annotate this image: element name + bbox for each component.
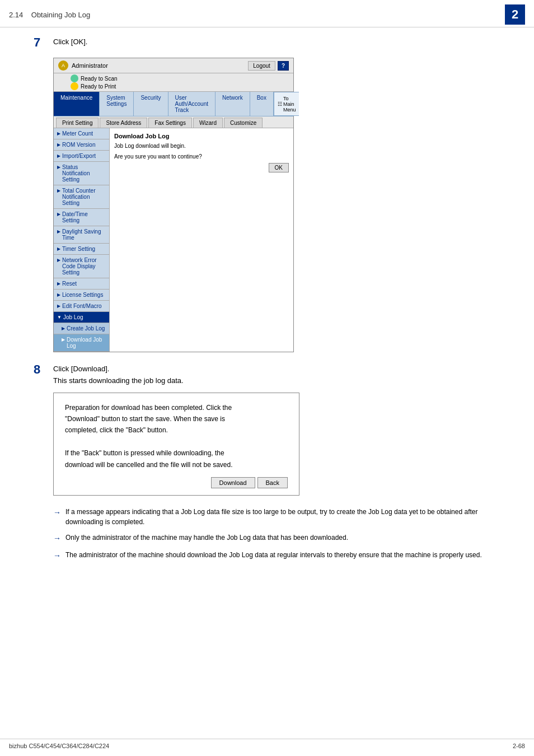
step8-number: 8 [34,363,40,376]
arrow-icon: ▶ [57,142,60,147]
subtab-customize[interactable]: Customize [224,118,263,128]
status-scan: Ready to Scan [71,74,289,82]
dialog-buttons: Download Back [65,477,288,488]
sidebar-item-reset[interactable]: ▶ Reset [54,278,109,290]
sidebar-label: Meter Count [62,130,93,137]
sidebar-label: License Settings [62,292,103,298]
arrow-icon: ▶ [57,229,60,234]
page-footer: bizhub C554/C454/C364/C284/C224 2-68 [0,739,534,749]
step7-instruction: Click [OK]. [34,36,517,48]
download-dialog: Preparation for download has been comple… [53,393,299,496]
header-title: Obtaining Job Log [31,11,91,19]
ss-content: Download Job Log Job Log download will b… [110,128,293,352]
nav-tab-security[interactable]: Security [134,92,168,116]
sidebar-item-status-notification[interactable]: ▶ Status Notification Setting [54,162,109,185]
page-header: 2.14 Obtaining Job Log 2 [0,0,534,27]
nav-tab-user-auth[interactable]: User Auth/Account Track [168,92,216,116]
admin-icon: A [58,60,68,71]
sidebar-item-rom-version[interactable]: ▶ ROM Version [54,139,109,151]
sidebar-item-download-job-log[interactable]: ▶ Download Job Log [54,334,109,352]
notes-section: → If a message appears indicating that a… [53,507,517,562]
to-main-menu-label: To Main Menu [283,96,296,113]
sidebar-item-create-job-log[interactable]: ▶ Create Job Log [54,323,109,334]
sidebar-label: Edit Font/Macro [62,303,102,309]
arrow-icon: ▶ [57,292,60,297]
note-text-3: The administrator of the machine should … [65,550,482,560]
status-print: Ready to Print [71,82,289,90]
content-line2: Are you sure you want to continue? [114,152,289,161]
sidebar-label: Daylight Saving Time [62,228,106,241]
main-content: 7 Click [OK]. A Administrator Logout ? R… [0,27,534,584]
arrow-icon: ▶ [62,326,65,331]
sidebar-label: Network Error Code Display Setting [62,257,106,276]
sidebar-item-datetime[interactable]: ▶ Date/Time Setting [54,209,109,226]
dialog-text5: download will be cancelled and the file … [65,461,233,469]
sidebar-label: Total Counter Notification Setting [62,188,106,206]
sidebar-label: ROM Version [62,142,95,148]
logout-button[interactable]: Logout [248,61,275,71]
print-status-text: Ready to Print [81,83,116,90]
sidebar-item-total-counter[interactable]: ▶ Total Counter Notification Setting [54,185,109,209]
arrow-icon: ▶ [57,188,60,193]
sidebar-item-license[interactable]: ▶ License Settings [54,290,109,301]
note-text-2: Only the administrator of the machine ma… [65,533,348,543]
ss-navtabs: Maintenance System Settings Security Use… [54,92,293,116]
sidebar-label: Date/Time Setting [62,211,106,223]
screenshot-box: A Administrator Logout ? Ready to Scan R… [53,58,294,352]
arrow-icon: ▶ [57,304,60,309]
sidebar-label: Timer Setting [62,246,95,252]
arrow-down-icon: ▼ [57,315,62,320]
sidebar-label: Job Log [63,314,83,320]
to-main-menu-button[interactable]: ☷ To Main Menu [274,92,299,116]
scan-status-text: Ready to Scan [81,76,118,82]
note-item-2: → Only the administrator of the machine … [53,533,517,544]
subtab-store-address[interactable]: Store Address [100,118,147,128]
subtab-print-setting[interactable]: Print Setting [56,118,99,128]
ss-sidebar: ▶ Meter Count ▶ ROM Version ▶ Import/Exp… [54,128,110,352]
subtab-wizard[interactable]: Wizard [193,118,223,128]
dialog-text2: "Download" button to start the save. Whe… [65,415,225,423]
sidebar-item-import-export[interactable]: ▶ Import/Export [54,151,109,162]
content-title: Download Job Log [114,133,289,139]
ss-topbar: A Administrator Logout ? [54,58,293,73]
content-line1: Job Log download will begin. [114,142,289,150]
arrow-icon: ▶ [57,153,60,158]
arrow-icon: ▶ [57,165,60,170]
sidebar-label: Create Job Log [67,325,105,332]
sidebar-item-timer[interactable]: ▶ Timer Setting [54,244,109,255]
note-arrow-icon: → [53,550,61,562]
ss-topbar-right: Logout ? [248,61,289,71]
sidebar-item-network-error[interactable]: ▶ Network Error Code Display Setting [54,255,109,278]
ss-topbar-left: A Administrator [58,60,108,71]
step8-instruction: Click [Download]. This starts downloadin… [34,363,517,387]
step8-instruction-text: Click [Download]. [53,365,109,373]
subtab-fax-settings[interactable]: Fax Settings [148,118,192,128]
footer-page: 2-68 [513,743,525,749]
nav-tab-maintenance[interactable]: Maintenance [54,92,100,116]
section-number: 2.14 [9,11,23,19]
nav-tab-box[interactable]: Box [250,92,274,116]
sidebar-item-daylight[interactable]: ▶ Daylight Saving Time [54,226,109,244]
dialog-text4: If the "Back" button is pressed while do… [65,449,224,457]
note-item-3: → The administrator of the machine shoul… [53,550,517,562]
ok-button[interactable]: OK [269,163,289,172]
sidebar-item-job-log[interactable]: ▼ Job Log [54,312,109,323]
step8-sub-instruction: This starts downloading the job log data… [53,376,184,385]
arrow-icon: ▶ [57,281,60,286]
ss-body: ▶ Meter Count ▶ ROM Version ▶ Import/Exp… [54,128,293,352]
download-button[interactable]: Download [211,477,255,488]
section-title: 2.14 Obtaining Job Log [9,11,90,19]
sidebar-item-meter-count[interactable]: ▶ Meter Count [54,128,109,139]
sidebar-item-font-macro[interactable]: ▶ Edit Font/Macro [54,301,109,312]
nav-tab-network[interactable]: Network [216,92,250,116]
help-button[interactable]: ? [278,61,289,71]
footer-model: bizhub C554/C454/C364/C284/C224 [9,743,109,749]
arrow-icon: ▶ [57,246,60,251]
scan-status-icon [71,74,78,82]
dialog-text3: completed, click the "Back" button. [65,426,168,434]
nav-tab-system-settings[interactable]: System Settings [100,92,134,116]
dialog-text1: Preparation for download has been comple… [65,404,232,412]
back-button[interactable]: Back [257,477,288,488]
note-arrow-icon: → [53,507,61,519]
sidebar-label: Import/Export [62,153,96,159]
